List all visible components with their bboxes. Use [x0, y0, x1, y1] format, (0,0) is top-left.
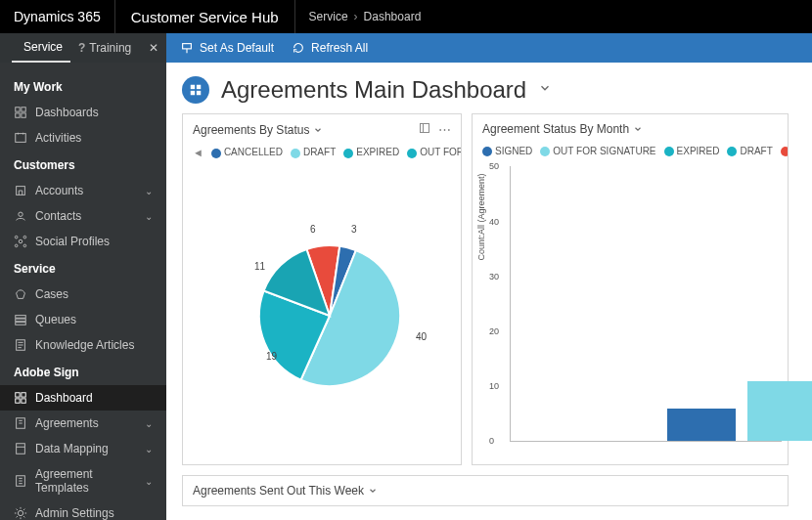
y-tick-label: 50 [489, 161, 499, 171]
refresh-icon [292, 41, 305, 55]
bar-signed[interactable] [667, 409, 736, 442]
svg-point-13 [23, 244, 26, 247]
svg-rect-28 [191, 91, 195, 95]
pie-slice-label: 40 [416, 331, 428, 342]
nav-item-icon [14, 506, 27, 520]
dashboard-badge-icon [182, 76, 209, 104]
bar-chart: Count:All (Agreement) 01020304050 [473, 162, 788, 446]
y-axis-label: Count:All (Agreement) [476, 174, 486, 261]
chevron-down-icon [313, 125, 323, 135]
nav-item-queues[interactable]: Queues [0, 307, 166, 332]
nav-item-activities[interactable]: Activities [0, 125, 166, 151]
hub-label[interactable]: Customer Service Hub [115, 9, 294, 25]
nav-item-label: Queues [35, 313, 76, 326]
nav-item-icon [14, 391, 27, 405]
legend-item[interactable]: OUT FOR S [407, 147, 461, 157]
nav-group-header: Service [0, 254, 166, 282]
nav-item-contacts[interactable]: Contacts⌄ [0, 203, 166, 229]
panel-title-dropdown[interactable]: Agreements By Status [193, 123, 323, 137]
svg-rect-18 [16, 393, 20, 397]
nav-item-agreement-templates[interactable]: Agreement Templates⌄ [0, 461, 166, 500]
legend-item[interactable]: DRAFT [291, 147, 336, 157]
pie-slice-label: 3 [351, 224, 357, 235]
refresh-all-button[interactable]: Refresh All [292, 41, 368, 55]
nav-item-knowledge-articles[interactable]: Knowledge Articles [0, 332, 166, 358]
brand-label[interactable]: Dynamics 365 [0, 9, 114, 24]
cmd-label: Set As Default [200, 41, 274, 55]
legend-prev-icon[interactable]: ◄ [193, 147, 203, 158]
chevron-down-icon [538, 81, 552, 95]
svg-rect-23 [17, 444, 25, 455]
svg-rect-16 [16, 323, 26, 325]
nav-item-dashboards[interactable]: Dashboards [0, 100, 166, 125]
dashboard-dropdown[interactable] [538, 81, 552, 99]
panel-title-dropdown[interactable]: Agreement Status By Month [482, 122, 643, 136]
legend-item[interactable]: DRAFT [727, 146, 772, 156]
y-tick-label: 20 [489, 326, 499, 336]
breadcrumb-root[interactable]: Service [309, 10, 348, 23]
svg-rect-26 [191, 85, 195, 89]
svg-rect-30 [421, 124, 429, 133]
panel-title-dropdown[interactable]: Agreements Sent Out This Week [193, 484, 378, 498]
content-area: Agreements Main Dashboard Agreements By … [166, 63, 812, 520]
nav-item-data-mapping[interactable]: Data Mapping⌄ [0, 436, 166, 461]
legend-item[interactable]: CANCELLED [781, 146, 788, 156]
set-as-default-button[interactable]: Set As Default [180, 41, 274, 55]
svg-rect-29 [197, 91, 201, 95]
bar-legend: SIGNED OUT FOR SIGNATURE EXPIRED DRAFT C… [473, 144, 788, 162]
nav-item-dashboard[interactable]: Dashboard [0, 385, 166, 411]
nav-item-icon [14, 287, 27, 301]
nav-item-accounts[interactable]: Accounts⌄ [0, 178, 166, 203]
nav-item-label: Contacts [35, 209, 81, 223]
svg-rect-19 [22, 393, 25, 397]
history-icon[interactable] [0, 41, 12, 55]
panel-title: Agreements Sent Out This Week [193, 484, 364, 498]
close-icon[interactable]: ✕ [141, 41, 166, 55]
svg-rect-20 [16, 399, 20, 403]
svg-point-11 [23, 236, 26, 238]
expand-icon[interactable] [419, 122, 430, 137]
command-bar: Set As Default Refresh All [166, 33, 812, 63]
nav-item-admin-settings[interactable]: Admin Settings [0, 500, 166, 520]
svg-rect-1 [183, 44, 192, 49]
chevron-down-icon [368, 486, 378, 496]
svg-point-12 [15, 244, 18, 247]
pie-slice-label: 11 [254, 261, 266, 272]
svg-rect-14 [16, 316, 26, 319]
nav-item-icon [14, 338, 27, 352]
legend-item[interactable]: EXPIRED [343, 147, 399, 157]
chevron-right-icon: › [354, 10, 358, 23]
global-topbar: Dynamics 365 Customer Service Hub Servic… [0, 0, 812, 33]
cmd-label: Refresh All [311, 41, 368, 55]
pie-legend: ◄ CANCELLED DRAFT EXPIRED OUT FOR S [183, 145, 461, 164]
nav-item-icon [14, 474, 27, 488]
legend-item[interactable]: EXPIRED [664, 146, 720, 156]
y-tick-label: 40 [489, 217, 499, 227]
nav-group-header: My Work [0, 72, 166, 100]
breadcrumb-current[interactable]: Dashboard [364, 10, 422, 23]
y-tick-label: 30 [489, 272, 499, 282]
tab-service[interactable]: Service [12, 33, 70, 63]
page-title: Agreements Main Dashboard [221, 76, 526, 104]
nav-item-social-profiles[interactable]: Social Profiles [0, 229, 166, 254]
tab-training[interactable]: ? Training [70, 33, 139, 63]
tab-label: Training [89, 41, 131, 55]
legend-item[interactable]: OUT FOR SIGNATURE [540, 146, 655, 156]
svg-point-25 [18, 510, 23, 515]
y-tick-label: 10 [489, 381, 499, 391]
nav-item-label: Accounts [35, 184, 83, 197]
legend-item[interactable]: SIGNED [482, 146, 532, 156]
nav-item-cases[interactable]: Cases [0, 282, 166, 307]
pie-slice-label: 6 [310, 224, 316, 235]
nav-item-agreements[interactable]: Agreements⌄ [0, 411, 166, 436]
svg-rect-2 [16, 108, 20, 111]
bar-out-for-signature[interactable] [747, 381, 812, 442]
pie-slice-label: 19 [266, 351, 278, 362]
legend-item[interactable]: CANCELLED [211, 147, 283, 157]
svg-point-8 [19, 212, 23, 216]
svg-rect-4 [16, 113, 20, 117]
more-icon[interactable]: ⋯ [438, 122, 451, 137]
nav-group-header: Customers [0, 151, 166, 178]
nav-item-label: Admin Settings [35, 506, 114, 520]
pie-chart: 63401911 [183, 164, 461, 438]
